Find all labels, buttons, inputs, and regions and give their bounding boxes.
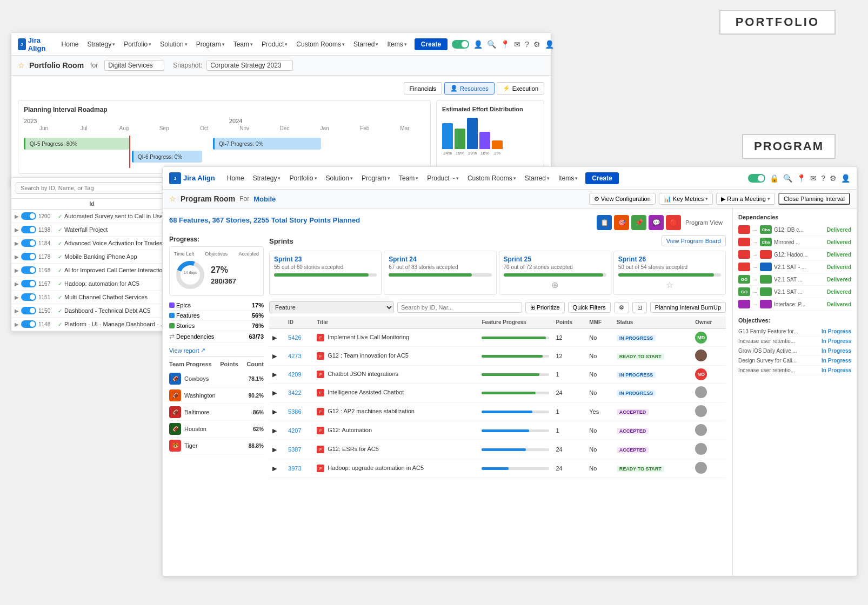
- row-expand-icon[interactable]: ▶: [272, 389, 277, 396]
- nav-solution[interactable]: Solution▾: [157, 38, 190, 50]
- financials-tab[interactable]: Financials: [404, 82, 443, 95]
- star-sprint[interactable]: ☆: [666, 280, 673, 290]
- toggle-1151[interactable]: [21, 293, 36, 301]
- view-board-button[interactable]: View Program Board: [662, 236, 726, 246]
- dot-navigate[interactable]: ⊕: [551, 280, 558, 290]
- prog-avatar[interactable]: 👤: [841, 174, 850, 183]
- col-id[interactable]: ID: [285, 317, 313, 328]
- pv-icon-5[interactable]: 🔴: [666, 215, 681, 230]
- prog-nav-team[interactable]: Team▾: [396, 172, 422, 184]
- row-expand-icon[interactable]: ▶: [272, 465, 277, 472]
- row-expand-icon[interactable]: ▶: [272, 371, 277, 378]
- pin-icon[interactable]: 📍: [500, 40, 510, 49]
- col-mmf[interactable]: MMF: [586, 317, 613, 328]
- expand-icon[interactable]: ▶: [15, 227, 19, 233]
- row-id[interactable]: 4273: [288, 353, 301, 359]
- row-id[interactable]: 3422: [288, 389, 301, 396]
- expand-icon[interactable]: ▶: [15, 308, 19, 314]
- nav-home[interactable]: Home: [58, 38, 82, 50]
- prog-nav-product[interactable]: Product ~▾: [424, 172, 462, 184]
- theme-toggle[interactable]: [452, 40, 469, 49]
- col-status[interactable]: Status: [613, 317, 692, 328]
- program-star-icon[interactable]: ☆: [169, 194, 176, 203]
- expand-filter-icon[interactable]: ⊡: [632, 302, 647, 313]
- expand-icon[interactable]: ▶: [15, 321, 19, 327]
- prog-create-button[interactable]: Create: [585, 172, 618, 184]
- prog-help-icon[interactable]: ?: [821, 174, 825, 183]
- settings-icon[interactable]: ⚙: [533, 40, 540, 49]
- search-icon[interactable]: 🔍: [487, 40, 496, 49]
- row-expand-icon[interactable]: ▶: [272, 334, 277, 341]
- col-title[interactable]: Title: [313, 317, 478, 328]
- key-metrics-button[interactable]: 📊 Key Metrics ▾: [659, 193, 713, 205]
- execution-tab[interactable]: ⚡ Execution: [497, 82, 544, 95]
- prog-theme-toggle[interactable]: [748, 174, 765, 183]
- row-expand-icon[interactable]: ▶: [272, 446, 277, 453]
- nav-custom-rooms[interactable]: Custom Rooms▾: [293, 38, 348, 50]
- nav-team[interactable]: Team▾: [230, 38, 256, 50]
- help-icon[interactable]: ?: [525, 40, 529, 49]
- row-expand-icon[interactable]: ▶: [272, 353, 277, 359]
- toggle-1167[interactable]: [21, 280, 36, 287]
- prog-nav-home[interactable]: Home: [224, 172, 248, 184]
- toggle-1198[interactable]: [21, 226, 36, 233]
- toggle-1184[interactable]: [21, 239, 36, 247]
- row-expand-icon[interactable]: ▶: [272, 408, 277, 415]
- expand-icon[interactable]: ▶: [15, 267, 19, 273]
- close-pi-button[interactable]: Close Planning Interval: [778, 193, 850, 205]
- row-id[interactable]: 5387: [288, 446, 301, 453]
- run-meeting-button[interactable]: ▶ Run a Meeting ▾: [716, 193, 775, 205]
- nav-program[interactable]: Program▾: [193, 38, 228, 50]
- col-owner[interactable]: Owner: [692, 317, 726, 328]
- nav-starred[interactable]: Starred▾: [350, 38, 382, 50]
- toggle-1148[interactable]: [21, 320, 36, 328]
- prog-nav-items[interactable]: Items▾: [555, 172, 581, 184]
- burnup-button[interactable]: Planning Interval BurnUp: [650, 302, 726, 313]
- expand-icon[interactable]: ▶: [15, 213, 19, 219]
- avatar[interactable]: 👤: [545, 40, 554, 49]
- room-select[interactable]: Digital Services: [104, 60, 164, 71]
- prog-mail-icon[interactable]: ✉: [810, 174, 817, 183]
- expand-icon[interactable]: ▶: [15, 294, 19, 300]
- col-points[interactable]: Points: [552, 317, 586, 328]
- nav-items[interactable]: Items▾: [384, 38, 410, 50]
- view-report-link[interactable]: View report ↗: [169, 347, 264, 354]
- nav-portfolio[interactable]: Portfolio▾: [121, 38, 155, 50]
- row-id[interactable]: 4209: [288, 371, 301, 378]
- user-icon[interactable]: 👤: [473, 40, 483, 49]
- feature-filter-select[interactable]: Feature: [269, 301, 394, 313]
- prog-nav-strategy[interactable]: Strategy▾: [250, 172, 284, 184]
- prog-pin-icon[interactable]: 📍: [797, 174, 806, 183]
- expand-icon[interactable]: ▶: [15, 240, 19, 246]
- create-button[interactable]: Create: [415, 38, 448, 50]
- expand-icon[interactable]: ▶: [15, 281, 19, 287]
- pv-icon-3[interactable]: 📌: [631, 215, 646, 230]
- prog-nav-portfolio[interactable]: Portfolio▾: [286, 172, 320, 184]
- prog-user-icon[interactable]: 🔒: [770, 174, 779, 183]
- prog-nav-custom-rooms[interactable]: Custom Rooms▾: [464, 172, 519, 184]
- settings-filter-icon[interactable]: ⚙: [614, 302, 629, 313]
- quick-filters-button[interactable]: Quick Filters: [568, 302, 611, 313]
- toggle-1150[interactable]: [21, 307, 36, 314]
- row-expand-icon[interactable]: ▶: [272, 427, 277, 434]
- star-icon[interactable]: ☆: [18, 61, 25, 70]
- toggle-1200[interactable]: [21, 212, 36, 220]
- row-id[interactable]: 5386: [288, 408, 301, 415]
- feature-search-input[interactable]: [397, 302, 522, 313]
- resources-tab[interactable]: 👤 Resources: [444, 82, 495, 95]
- nav-product[interactable]: Product▾: [258, 38, 291, 50]
- toggle-1178[interactable]: [21, 253, 36, 260]
- prog-search-icon[interactable]: 🔍: [783, 174, 792, 183]
- mail-icon[interactable]: ✉: [514, 40, 520, 49]
- col-progress[interactable]: Feature Progress: [478, 317, 552, 328]
- pv-icon-4[interactable]: 💬: [649, 215, 664, 230]
- pv-icon-1[interactable]: 📋: [597, 215, 612, 230]
- row-id[interactable]: 3973: [288, 465, 301, 472]
- sidebar-search-input[interactable]: [16, 182, 168, 194]
- toggle-1168[interactable]: [21, 266, 36, 274]
- view-config-button[interactable]: ⚙ View Configuration: [589, 193, 656, 205]
- prog-nav-starred[interactable]: Starred▾: [522, 172, 553, 184]
- expand-icon[interactable]: ▶: [15, 254, 19, 260]
- pv-icon-2[interactable]: 🎯: [614, 215, 629, 230]
- nav-strategy[interactable]: Strategy▾: [84, 38, 119, 50]
